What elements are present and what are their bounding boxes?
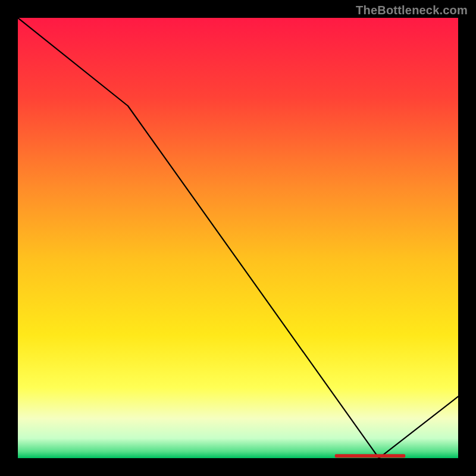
plot-area — [18, 18, 458, 458]
watermark-text: TheBottleneck.com — [356, 4, 468, 17]
optimal-band-marker — [335, 454, 405, 458]
plot-svg — [18, 18, 458, 458]
gradient-background — [18, 18, 458, 458]
chart-stage: TheBottleneck.com — [0, 0, 476, 476]
